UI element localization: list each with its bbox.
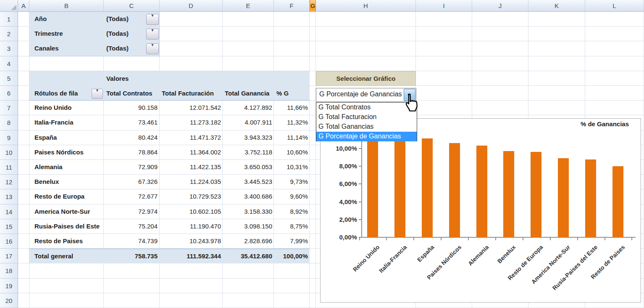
pivot-cell: 8,92% [249, 208, 308, 215]
row-header-18[interactable]: 18 [0, 263, 18, 278]
column-header-L[interactable]: L [585, 0, 644, 12]
filter-dropdown-button-3[interactable]: ▼ [146, 43, 159, 54]
row-header-5[interactable]: 5 [0, 71, 18, 86]
row-header-19[interactable]: 19 [0, 279, 18, 293]
chart-bar-2[interactable] [394, 137, 405, 237]
pivot-cell: 67.326 [99, 178, 158, 185]
column-header-A[interactable]: A [18, 0, 29, 12]
y-axis-tick-label: 10,00% [321, 145, 357, 152]
pivot-cell: 9,73% [249, 178, 308, 185]
row-header-1[interactable]: 1 [0, 12, 18, 27]
y-axis-tick [359, 166, 362, 167]
bar-chart[interactable]: % de Ganancias 0,00%2,00%4,00%6,00%8,00%… [320, 118, 641, 303]
filter-value-2[interactable]: (Todas) [106, 30, 129, 37]
pivot-cell: 72.909 [99, 163, 158, 170]
excel-worksheet: ABCDEFGHIJKL 123456789101112131415161718… [0, 0, 644, 308]
column-header-B[interactable]: B [29, 0, 104, 12]
chart-bar-10[interactable] [612, 166, 623, 237]
row-header-12[interactable]: 12 [0, 175, 18, 189]
column-header-D[interactable]: D [160, 0, 223, 12]
row-header-13[interactable]: 13 [0, 189, 18, 204]
chevron-down-icon: ▼ [404, 89, 415, 101]
chart-bar-8[interactable] [558, 158, 569, 237]
column-header-I[interactable]: I [416, 0, 472, 12]
x-axis-category-label: Resto de Europa [489, 244, 544, 299]
pivot-row-label: Resto de Paises [34, 237, 83, 244]
row-header-3[interactable]: 3 [0, 41, 18, 56]
pivot-cell: 11,14% [249, 134, 308, 141]
x-axis-tick [631, 237, 632, 240]
combobox-dropdown-button[interactable]: ▼ [404, 89, 415, 101]
column-header-K[interactable]: K [528, 0, 585, 12]
row-header-16[interactable]: 16 [0, 234, 18, 249]
column-header-J[interactable]: J [472, 0, 528, 12]
select-all-button[interactable] [0, 0, 18, 12]
pivot-column-header: % G [276, 90, 289, 97]
pivot-cell: 10,31% [249, 163, 308, 170]
pivot-cell: 11.190.470 [162, 223, 221, 230]
x-axis-category-label: Reino Unido [326, 244, 381, 299]
dropdown-option[interactable]: G Total Facturacion [316, 112, 417, 122]
column-header-E[interactable]: E [223, 0, 274, 12]
pivot-cell: 80.424 [99, 134, 158, 141]
row-header-6[interactable]: 6 [0, 86, 18, 101]
chevron-down-icon: ▼ [147, 29, 158, 32]
row-header-15[interactable]: 15 [0, 219, 18, 234]
y-axis-tick-label: 0,00% [321, 234, 357, 241]
y-axis-tick-label: 8,00% [321, 162, 357, 170]
row-header-7[interactable]: 7 [0, 101, 18, 115]
pivot-cell: 10,60% [249, 149, 308, 156]
row-header-14[interactable]: 14 [0, 204, 18, 219]
chart-bar-1[interactable] [367, 134, 378, 237]
pivot-filter-block: Año(Todas)▼Trimestre(Todas)▼Canales(Toda… [29, 12, 160, 56]
row-header-10[interactable]: 10 [0, 145, 18, 160]
x-axis-category-label: Rusia-Paises del Este [544, 244, 599, 299]
gridline [309, 12, 310, 308]
chart-bar-4[interactable] [449, 143, 460, 237]
row-header-4[interactable]: 4 [0, 56, 18, 71]
column-header-F[interactable]: F [274, 0, 310, 12]
filter-label-3: Canales [34, 45, 59, 52]
filter-dropdown-button-2[interactable]: ▼ [146, 29, 159, 40]
dropdown-option[interactable]: G Total Contratos [316, 103, 417, 112]
chart-bar-3[interactable] [422, 138, 433, 237]
y-axis-tick [359, 219, 362, 220]
dropdown-option[interactable]: G Total Ganancias [316, 122, 417, 132]
pivot-cell: 8,75% [249, 223, 308, 230]
chart-legend: % de Ganancias [581, 120, 629, 127]
chart-bar-9[interactable] [585, 159, 596, 237]
filter-value-3[interactable]: (Todas) [106, 45, 129, 52]
x-axis-tick [550, 237, 551, 240]
pivot-row-label: Rusia-Paises del Este [34, 223, 100, 230]
chart-bar-6[interactable] [503, 151, 514, 237]
pivot-cell: 7,99% [249, 237, 308, 244]
column-header-H[interactable]: H [316, 0, 416, 12]
chart-selector-dropdown-list: G Total ContratosG Total FacturacionG To… [316, 102, 417, 141]
corner-triangle-icon [11, 5, 16, 10]
filter-dropdown-button-1[interactable]: ▼ [146, 14, 159, 25]
column-header-C[interactable]: C [104, 0, 160, 12]
row-header-8[interactable]: 8 [0, 115, 18, 130]
row-header-11[interactable]: 11 [0, 160, 18, 175]
chevron-down-icon: ▼ [92, 89, 103, 93]
x-axis-tick [495, 237, 496, 240]
pivot-table-header: Valores Rótulos de fila ▼ Total Contrato… [29, 71, 310, 101]
chevron-down-icon: ▼ [147, 14, 158, 18]
pivot-cell: 11.273.182 [162, 119, 221, 126]
dropdown-option[interactable]: G Porcentaje de Ganancias [316, 132, 417, 141]
x-axis-tick [386, 237, 387, 240]
row-header-9[interactable]: 9 [0, 130, 18, 145]
chart-bar-7[interactable] [531, 152, 541, 237]
row-header-17[interactable]: 17 [0, 249, 18, 263]
row-labels-filter-button[interactable]: ▼ [92, 89, 103, 99]
y-axis-tick-label: 2,00% [321, 216, 357, 223]
pivot-cell: 72.677 [99, 193, 158, 200]
chart-bar-5[interactable] [476, 146, 487, 237]
chart-selector-combobox[interactable]: G Porcentaje de Ganancias ▼ [316, 88, 416, 102]
row-header-2[interactable]: 2 [0, 27, 18, 41]
pivot-row-label: Benelux [34, 178, 59, 185]
pivot-cell: 12.071.542 [162, 104, 221, 111]
column-header-G[interactable]: G [310, 0, 316, 12]
row-header-20[interactable]: 20 [0, 293, 18, 308]
filter-value-1[interactable]: (Todas) [106, 15, 129, 22]
